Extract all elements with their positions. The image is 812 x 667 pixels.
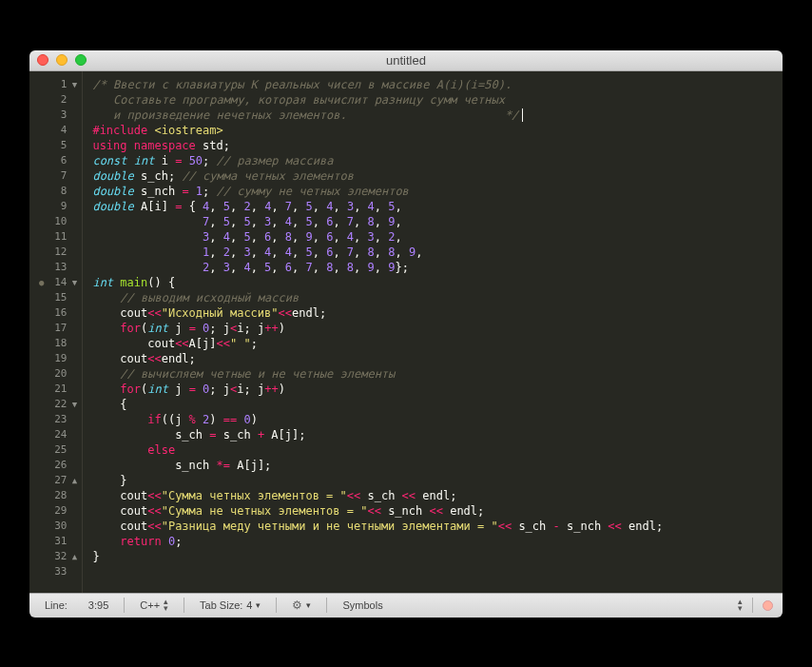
- chevron-down-icon: ▾: [306, 600, 311, 610]
- gutter-line[interactable]: 17: [39, 321, 78, 336]
- close-button[interactable]: [37, 54, 48, 66]
- code-line[interactable]: int main() {: [92, 275, 773, 290]
- gutter-line[interactable]: 33: [39, 564, 78, 579]
- gutter-line[interactable]: 8: [39, 184, 78, 199]
- code-line[interactable]: 3, 4, 5, 6, 8, 9, 6, 4, 3, 2,: [92, 229, 773, 245]
- token: " ": [230, 337, 251, 350]
- code-line[interactable]: [92, 564, 773, 579]
- code-line[interactable]: double s_nch = 1; // сумму не четных эле…: [92, 184, 773, 199]
- token: =: [189, 322, 196, 335]
- gutter-line[interactable]: 27▲: [39, 473, 78, 488]
- token: ,: [292, 245, 305, 259]
- code-line[interactable]: 2, 3, 4, 5, 6, 7, 8, 8, 9, 9};: [92, 260, 773, 275]
- gutter-line[interactable]: 18: [39, 336, 78, 351]
- gutter-line[interactable]: 31: [39, 534, 78, 549]
- code-line[interactable]: cout<<"Исходный массив"<<endl;: [92, 305, 773, 321]
- code-line[interactable]: {: [92, 397, 773, 412]
- record-indicator-icon[interactable]: [763, 600, 773, 611]
- gutter-line[interactable]: ●14▼: [39, 275, 78, 290]
- token: [560, 520, 567, 533]
- code-line[interactable]: cout<<"Сумма не четных элементов = "<< s…: [92, 503, 773, 519]
- code-line[interactable]: for(int j = 0; j<i; j++): [92, 321, 773, 336]
- code-line[interactable]: Составьте программу, которая вычислит ра…: [92, 92, 773, 108]
- code-line[interactable]: const int i = 50; // размер массива: [92, 153, 773, 168]
- fold-icon[interactable]: ▼: [70, 77, 78, 92]
- gutter-line[interactable]: 29: [39, 503, 78, 519]
- token: 9: [305, 230, 312, 244]
- gutter-line[interactable]: 5: [39, 138, 78, 153]
- minimize-button[interactable]: [56, 54, 68, 66]
- gutter-line[interactable]: 15: [39, 290, 78, 305]
- token: =: [209, 428, 216, 441]
- token: 5: [305, 245, 312, 259]
- fold-icon[interactable]: ▲: [70, 473, 78, 488]
- code-line[interactable]: cout<<endl;: [92, 351, 773, 366]
- gutter-line[interactable]: 28: [39, 488, 78, 503]
- code-line[interactable]: // вычисляем четные и не четные элементы: [92, 366, 773, 382]
- gutter-line[interactable]: 16: [39, 305, 78, 321]
- code-line[interactable]: double s_ch; // сумма четных элементов: [92, 168, 773, 184]
- token: [127, 154, 134, 167]
- token: <<: [429, 504, 442, 518]
- gutter-line[interactable]: 23: [39, 412, 78, 427]
- gutter-line[interactable]: 13: [39, 260, 78, 275]
- gutter-line[interactable]: 30: [39, 519, 78, 534]
- code-line[interactable]: 1, 2, 3, 4, 4, 5, 6, 7, 8, 8, 9,: [92, 245, 773, 260]
- code-line[interactable]: 7, 5, 5, 3, 4, 5, 6, 7, 8, 9,: [92, 214, 773, 229]
- code-line[interactable]: // выводим исходный массив: [92, 290, 773, 305]
- updown-icon[interactable]: ▴▾: [738, 598, 743, 612]
- fold-icon[interactable]: ▼: [70, 275, 78, 290]
- gutter-line[interactable]: 4: [39, 123, 78, 138]
- gutter-line[interactable]: 11: [39, 229, 78, 245]
- code-line[interactable]: cout<<"Сумма четных элементов = "<< s_ch…: [92, 488, 773, 503]
- status-line[interactable]: Line:: [39, 594, 73, 618]
- gutter-line[interactable]: 22▼: [39, 397, 78, 412]
- token: [134, 169, 141, 183]
- gutter-line[interactable]: 25: [39, 442, 78, 458]
- code-line[interactable]: s_ch = s_ch + A[j];: [92, 427, 773, 442]
- status-line-value-section[interactable]: 3:95: [83, 594, 114, 618]
- gutter-line[interactable]: 6: [39, 153, 78, 168]
- code-line[interactable]: и произведение нечетных элементов. */: [92, 108, 773, 123]
- maximize-button[interactable]: [75, 54, 87, 66]
- statusbar: Line: 3:95 C++ ▴▾ Tab Size: 4 ▾ ⚙ ▾ Symb…: [29, 593, 783, 618]
- code-line[interactable]: double A[i] = { 4, 5, 2, 4, 7, 5, 4, 3, …: [92, 199, 773, 214]
- gutter-line[interactable]: 24: [39, 427, 78, 442]
- status-tabsize[interactable]: Tab Size: 4 ▾: [194, 594, 266, 618]
- code-line[interactable]: }: [92, 473, 773, 488]
- titlebar[interactable]: untitled: [29, 50, 783, 71]
- code-line[interactable]: cout<<"Разница меду четными и не четными…: [92, 519, 773, 534]
- gutter-line[interactable]: 1▼: [39, 77, 78, 92]
- gutter-line[interactable]: 20: [39, 366, 78, 382]
- gutter-line[interactable]: 21: [39, 382, 78, 397]
- code-line[interactable]: else: [92, 442, 773, 458]
- code-line[interactable]: cout<<A[j]<<" ";: [92, 336, 773, 351]
- code-line[interactable]: #include <iostream>: [92, 123, 773, 138]
- code-area[interactable]: /* Ввести с клавиатуры K реальных чисел …: [83, 71, 783, 593]
- gutter-line[interactable]: 19: [39, 351, 78, 366]
- gutter-line[interactable]: 32▲: [39, 549, 78, 564]
- gutter-line[interactable]: 3: [39, 108, 78, 123]
- gutter-line[interactable]: 7: [39, 168, 78, 184]
- gutter-line[interactable]: 26: [39, 458, 78, 473]
- line-number: 27: [48, 473, 67, 488]
- code-line[interactable]: if((j % 2) == 0): [92, 412, 773, 427]
- status-symbols[interactable]: Symbols: [337, 594, 388, 618]
- code-line[interactable]: }: [92, 549, 773, 564]
- fold-icon[interactable]: ▼: [70, 397, 78, 412]
- gutter-line[interactable]: 12: [39, 245, 78, 260]
- code-line[interactable]: using namespace std;: [92, 138, 773, 153]
- line-gutter[interactable]: 1▼2345678910111213●14▼1516171819202122▼2…: [29, 71, 83, 593]
- code-line[interactable]: for(int j = 0; j<i; j++): [92, 382, 773, 397]
- code-line[interactable]: /* Ввести с клавиатуры K реальных чисел …: [92, 77, 773, 92]
- fold-icon[interactable]: ▲: [70, 549, 78, 564]
- gutter-line[interactable]: 9: [39, 199, 78, 214]
- token: ,: [292, 200, 305, 213]
- code-line[interactable]: s_nch *= A[j];: [92, 458, 773, 473]
- token: ,: [251, 215, 264, 228]
- status-settings[interactable]: ⚙ ▾: [286, 594, 317, 618]
- code-line[interactable]: return 0;: [92, 534, 773, 549]
- gutter-line[interactable]: 10: [39, 214, 78, 229]
- gutter-line[interactable]: 2: [39, 92, 78, 108]
- status-language[interactable]: C++ ▴▾: [134, 594, 174, 618]
